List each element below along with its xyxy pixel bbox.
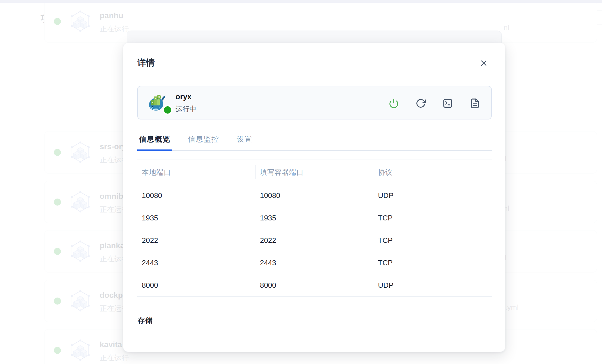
header-protocol: 协议 (373, 168, 492, 177)
browser-chrome-strip (0, 0, 602, 3)
terminal-icon (443, 98, 453, 109)
ports-table-header: 本地端口 填写容器端口 协议 (137, 160, 492, 184)
column-divider (256, 165, 256, 179)
cell-protocol: TCP (373, 259, 492, 267)
file-icon (470, 98, 480, 109)
table-row: 2022 2022 TCP (137, 229, 492, 252)
cell-container-port: 10080 (256, 191, 374, 200)
table-row: 1935 1935 TCP (137, 207, 492, 229)
cell-protocol: UDP (373, 191, 492, 200)
close-button[interactable] (480, 59, 488, 67)
modal-tabs: 信息概览 信息监控 设置 (137, 133, 492, 151)
app-summary-card: oryx 运行中 (137, 86, 492, 119)
cell-local-port: 2022 (137, 236, 256, 245)
table-row: 8000 8000 UDP (137, 274, 492, 296)
app-name: oryx (175, 93, 191, 101)
cell-protocol: TCP (373, 236, 492, 245)
cell-container-port: 8000 (256, 281, 374, 290)
details-modal: 详情 oryx 运行中 (123, 43, 505, 352)
cell-container-port: 1935 (256, 214, 374, 222)
file-button[interactable] (470, 98, 480, 109)
cell-protocol: UDP (373, 281, 492, 290)
tab-info-overview[interactable]: 信息概览 (137, 133, 172, 150)
ports-table-body: 10080 10080 UDP 1935 1935 TCP 2022 2022 … (137, 184, 492, 297)
power-icon (389, 98, 399, 109)
terminal-button[interactable] (443, 98, 453, 109)
column-divider (374, 165, 374, 179)
cell-local-port: 2443 (137, 259, 256, 267)
app-status: 运行中 (175, 104, 197, 114)
cell-local-port: 1935 (137, 214, 256, 222)
ports-table: 本地端口 填写容器端口 协议 10080 10080 UDP 1935 1935… (137, 160, 492, 297)
cell-protocol: TCP (373, 214, 492, 222)
tab-info-monitoring[interactable]: 信息监控 (186, 133, 221, 150)
status-dot (163, 105, 173, 115)
close-icon (480, 59, 488, 67)
storage-section-title: 存储 (138, 315, 153, 325)
header-container-port: 填写容器端口 (256, 168, 374, 177)
cell-local-port: 10080 (137, 191, 256, 200)
refresh-icon (416, 98, 426, 109)
cell-container-port: 2443 (256, 259, 374, 267)
cell-container-port: 2022 (256, 236, 374, 245)
refresh-button[interactable] (416, 98, 426, 109)
modal-title: 详情 (137, 57, 155, 69)
table-row: 2443 2443 TCP (137, 252, 492, 274)
table-row: 10080 10080 UDP (137, 184, 492, 207)
tab-settings[interactable]: 设置 (235, 133, 254, 150)
power-button[interactable] (389, 98, 399, 109)
cell-local-port: 8000 (137, 281, 256, 290)
header-local-port: 本地端口 (137, 168, 256, 177)
